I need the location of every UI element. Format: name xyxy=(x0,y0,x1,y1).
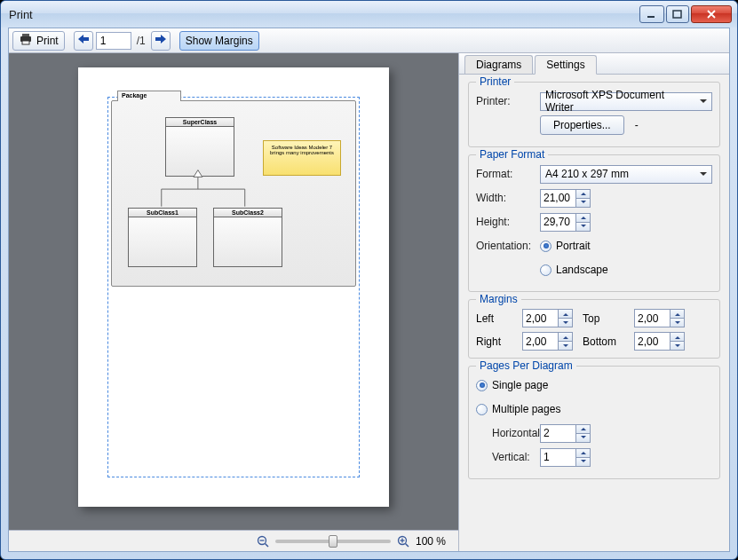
width-spinner[interactable] xyxy=(540,189,591,208)
group-ppd: Pages Per Diagram Single page Multiple p… xyxy=(468,366,720,479)
margin-right-label: Right xyxy=(476,335,515,348)
print-button[interactable]: Print xyxy=(12,31,65,51)
svg-line-6 xyxy=(266,543,269,547)
tab-strip: Diagrams Settings xyxy=(459,53,729,75)
diagram-content: Package SuperClass Software Ideas Modele… xyxy=(111,100,356,287)
group-ppd-title: Pages Per Diagram xyxy=(476,359,576,372)
spin-up-icon[interactable] xyxy=(575,189,591,198)
tab-settings[interactable]: Settings xyxy=(535,55,596,75)
page-number-input[interactable] xyxy=(96,32,131,50)
svg-rect-4 xyxy=(22,41,29,44)
show-margins-button[interactable]: Show Margins xyxy=(179,31,259,51)
package-label: Package xyxy=(117,91,181,101)
content-area: Print /1 Show Margins xyxy=(8,28,730,552)
format-select[interactable]: A4 210 x 297 mm xyxy=(540,165,712,184)
toolbar: Print /1 Show Margins xyxy=(9,28,729,53)
prev-page-button[interactable] xyxy=(74,31,93,51)
radio-single-page[interactable] xyxy=(476,380,488,391)
landscape-label: Landscape xyxy=(556,264,608,276)
radio-landscape[interactable] xyxy=(540,264,552,276)
margin-left-label: Left xyxy=(476,312,515,325)
zoom-in-button[interactable] xyxy=(396,534,410,548)
horizontal-spinner[interactable] xyxy=(540,424,591,443)
group-margins: Margins Left Top Right Bottom xyxy=(468,299,720,359)
margin-right-spinner[interactable] xyxy=(522,332,574,351)
next-page-button[interactable] xyxy=(151,31,171,51)
margin-top-label: Top xyxy=(583,312,627,325)
arrow-left-icon xyxy=(77,34,90,47)
single-page-label: Single page xyxy=(492,379,548,391)
close-button[interactable] xyxy=(691,5,732,23)
margin-left-spinner[interactable] xyxy=(522,309,574,327)
svg-rect-3 xyxy=(22,34,29,36)
minimize-button[interactable] xyxy=(639,5,664,23)
zoom-percent: 100 % xyxy=(416,535,451,548)
orientation-label: Orientation: xyxy=(476,240,540,252)
zoom-bar: 100 % xyxy=(9,530,458,551)
margin-top-spinner[interactable] xyxy=(634,309,686,327)
margin-bottom-label: Bottom xyxy=(583,335,627,348)
printer-label: Printer: xyxy=(476,95,540,107)
zoom-thumb[interactable] xyxy=(329,535,337,548)
margin-bottom-spinner[interactable] xyxy=(634,332,686,351)
properties-button[interactable]: Properties... xyxy=(540,115,624,135)
settings-pane: Diagrams Settings Printer Printer: Micro… xyxy=(458,53,729,551)
inheritance-lines xyxy=(112,101,355,286)
settings-body: Printer Printer: Microsoft XPS Document … xyxy=(459,75,729,551)
maximize-button[interactable] xyxy=(666,5,689,23)
group-printer: Printer Printer: Microsoft XPS Document … xyxy=(468,82,720,147)
spin-down-icon[interactable] xyxy=(575,198,591,208)
main-area: Package SuperClass Software Ideas Modele… xyxy=(9,53,729,551)
preview-pane: Package SuperClass Software Ideas Modele… xyxy=(9,53,458,551)
group-margins-title: Margins xyxy=(476,293,521,305)
svg-line-9 xyxy=(406,543,409,547)
radio-multiple-pages[interactable] xyxy=(476,404,488,415)
vertical-spinner[interactable] xyxy=(540,448,591,467)
height-label: Height: xyxy=(476,216,540,228)
vertical-label: Vertical: xyxy=(476,451,540,463)
printer-dash: - xyxy=(635,119,639,131)
window-title: Print xyxy=(6,8,638,21)
portrait-label: Portrait xyxy=(556,240,591,252)
height-spinner[interactable] xyxy=(540,213,591,232)
arrow-right-icon xyxy=(155,34,167,47)
group-printer-title: Printer xyxy=(476,75,514,88)
group-paper: Paper Format Format: A4 210 x 297 mm Wid… xyxy=(468,154,720,292)
print-label: Print xyxy=(36,35,59,47)
printer-select[interactable]: Microsoft XPS Document Writer xyxy=(540,92,712,111)
show-margins-label: Show Margins xyxy=(186,35,253,47)
page-preview: Package SuperClass Software Ideas Modele… xyxy=(78,67,389,507)
group-paper-title: Paper Format xyxy=(476,148,548,161)
radio-portrait[interactable] xyxy=(540,241,552,252)
package-frame: Package SuperClass Software Ideas Modele… xyxy=(111,100,356,287)
print-window: Print Print /1 Show Margins xyxy=(0,0,738,560)
margin-guide: Package SuperClass Software Ideas Modele… xyxy=(107,97,360,477)
format-label: Format: xyxy=(476,168,540,180)
width-label: Width: xyxy=(476,192,540,204)
window-controls xyxy=(638,5,732,23)
page-total: /1 xyxy=(134,35,148,47)
svg-rect-1 xyxy=(673,11,681,18)
svg-rect-0 xyxy=(647,16,655,18)
multiple-pages-label: Multiple pages xyxy=(492,403,560,415)
horizontal-label: Horizontal: xyxy=(476,427,540,439)
zoom-out-button[interactable] xyxy=(256,534,270,548)
zoom-slider[interactable] xyxy=(275,540,391,543)
tab-diagrams[interactable]: Diagrams xyxy=(464,55,533,74)
titlebar[interactable]: Print xyxy=(1,1,737,28)
printer-icon xyxy=(19,33,33,48)
preview-scroll[interactable]: Package SuperClass Software Ideas Modele… xyxy=(9,53,458,530)
